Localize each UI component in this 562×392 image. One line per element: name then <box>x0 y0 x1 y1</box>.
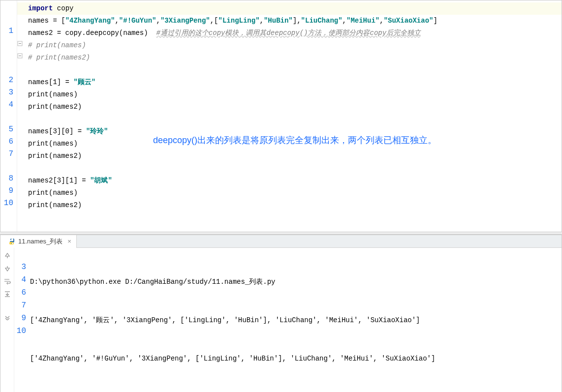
gutter-10: 10 <box>0 199 13 208</box>
console-output[interactable]: D:\python36\python.exe D:/CangHaiBang/st… <box>28 248 562 392</box>
fold-icon[interactable] <box>17 41 24 48</box>
code-line[interactable]: print(names2) <box>28 199 562 211</box>
code-line[interactable]: print(names2) <box>28 101 562 113</box>
run-panel: 11.names_列表 × 3 4 6 7 9 10 D:\python36\p… <box>0 235 562 392</box>
gutter-9: 9 <box>0 186 13 195</box>
code-line[interactable]: names = ["4ZhangYang","#!GuYun","3XiangP… <box>28 15 562 27</box>
fold-column <box>17 0 24 232</box>
console-toolbar <box>0 248 14 392</box>
code-line[interactable]: print(names2) <box>28 150 562 162</box>
run-tab-bar: 11.names_列表 × <box>0 235 562 248</box>
code-line[interactable]: # print(names) <box>28 39 562 52</box>
console: 3 4 6 7 9 10 D:\python36\python.exe D:/C… <box>0 248 562 392</box>
run-tab-label: 11.names_列表 <box>18 237 62 246</box>
gutter-4: 4 <box>0 100 13 109</box>
gutter-2: 2 <box>0 76 13 85</box>
code-body[interactable]: import copy names = ["4ZhangYang","#!GuY… <box>24 0 562 232</box>
gutter-7: 7 <box>0 150 13 158</box>
rerun-down-icon[interactable] <box>3 265 11 272</box>
code-line[interactable]: import copy <box>28 2 562 15</box>
code-line[interactable]: names2[3][1] = "胡斌" <box>28 175 562 187</box>
svg-point-5 <box>12 243 12 243</box>
editor-gutter: 1 2 3 4 5 6 7 8 9 10 <box>0 0 17 232</box>
gutter-8: 8 <box>0 174 13 183</box>
output-line: ['4ZhangYang', '顾云', '3XiangPeng', ['Lin… <box>30 314 562 327</box>
code-line[interactable]: names2 = copy.deepcopy(names) #通过引用的这个co… <box>28 27 562 39</box>
code-line[interactable]: print(names) <box>28 187 562 199</box>
run-tab[interactable]: 11.names_列表 × <box>0 235 77 248</box>
more-icon[interactable] <box>3 314 11 322</box>
fold-icon[interactable] <box>17 53 24 60</box>
output-gutter: 3 4 6 7 9 10 <box>14 248 28 392</box>
close-icon[interactable]: × <box>67 238 71 245</box>
annotation-text: deepcopy()出来的列表是将原列表完全复制出来，两个列表已相互独立。 <box>153 134 437 147</box>
soft-wrap-icon[interactable] <box>3 277 11 285</box>
code-line[interactable]: names[1] = "顾云" <box>28 76 562 89</box>
python-icon <box>8 238 15 245</box>
gutter-1: 1 <box>0 27 13 35</box>
code-editor[interactable]: 1 2 3 4 5 6 7 8 9 10 import copy names =… <box>0 0 562 232</box>
gutter-3: 3 <box>0 88 13 97</box>
svg-point-4 <box>11 239 11 239</box>
rerun-up-icon[interactable] <box>3 252 11 260</box>
code-line[interactable]: # print(names2) <box>28 52 562 64</box>
scroll-to-end-icon[interactable] <box>3 290 11 298</box>
gutter-5: 5 <box>0 125 13 134</box>
output-line: ['4ZhangYang', '#!GuYun', '3XiangPeng', … <box>30 352 562 365</box>
code-line[interactable]: print(names) <box>28 89 562 101</box>
console-command: D:\python36\python.exe D:/CangHaiBang/st… <box>30 275 562 288</box>
gutter-6: 6 <box>0 137 13 146</box>
